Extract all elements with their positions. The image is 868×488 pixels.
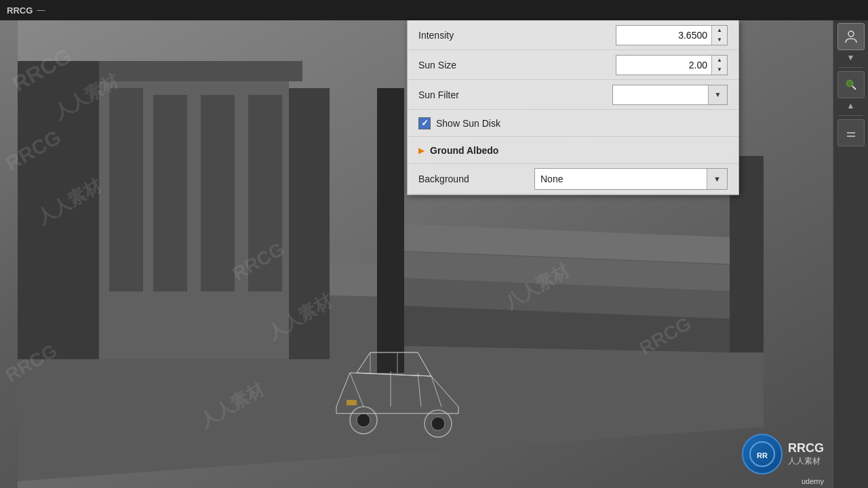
top-bar: RRCG —: [0, 0, 868, 20]
svg-rect-8: [201, 95, 235, 291]
sun-size-up[interactable]: ▲: [712, 56, 727, 65]
sun-filter-color[interactable]: [613, 85, 708, 104]
intensity-input[interactable]: [616, 26, 711, 45]
sun-filter-dropdown-btn[interactable]: ▼: [708, 85, 727, 104]
svg-rect-10: [99, 61, 302, 81]
sun-size-row: Sun Size ▲ ▼: [408, 50, 738, 80]
logo-icon: RR: [742, 434, 783, 474]
sun-filter-row: Sun Filter ▼: [408, 80, 738, 110]
toolbar-divider-1: [839, 67, 863, 68]
show-sun-disk-row: ✓ Show Sun Disk: [408, 110, 738, 137]
svg-line-36: [852, 86, 856, 89]
ground-albedo-row[interactable]: ▶ Ground Albedo: [408, 137, 738, 164]
svg-rect-38: [847, 136, 855, 137]
ground-albedo-expand-icon: ▶: [418, 146, 425, 155]
app-subtitle: —: [37, 5, 45, 15]
search-icon: [844, 77, 859, 92]
sun-size-control: ▲ ▼: [616, 55, 728, 75]
svg-rect-37: [847, 132, 855, 134]
svg-rect-9: [248, 95, 282, 291]
logo-title: RRCG: [788, 441, 824, 455]
sun-size-down[interactable]: ▼: [712, 65, 727, 75]
background-row: Background None Sky Custom ▼: [408, 164, 738, 195]
intensity-spinner: ▲ ▼: [711, 26, 727, 45]
svg-rect-7: [153, 95, 187, 291]
sun-size-input[interactable]: [616, 56, 711, 75]
svg-point-20: [357, 413, 370, 427]
intensity-row: Intensity ▲ ▼: [408, 20, 738, 50]
intensity-down[interactable]: ▼: [712, 35, 727, 45]
right-toolbar: ▼ ▲: [833, 20, 868, 488]
sun-size-label: Sun Size: [418, 60, 616, 70]
ground-albedo-label: Ground Albedo: [430, 145, 498, 156]
background-label: Background: [418, 174, 534, 184]
user-toolbar-btn[interactable]: [837, 23, 865, 50]
logo-subtitle: 人人素材: [788, 455, 824, 467]
sun-size-spinner: ▲ ▼: [711, 56, 727, 75]
check-icon: ✓: [421, 118, 429, 128]
background-control: None Sky Custom ▼: [534, 168, 728, 190]
svg-text:RR: RR: [757, 451, 768, 460]
toolbar-up-arrow[interactable]: ▲: [846, 100, 856, 112]
logo-text: RRCG 人人素材: [788, 441, 824, 467]
intensity-up[interactable]: ▲: [712, 26, 727, 35]
background-select[interactable]: None Sky Custom: [535, 169, 707, 189]
sun-size-input-wrap: ▲ ▼: [616, 55, 728, 75]
svg-rect-6: [109, 88, 143, 291]
svg-point-21: [431, 417, 445, 430]
udemy-label: udemy: [802, 477, 824, 485]
svg-point-33: [848, 31, 854, 37]
svg-rect-18: [377, 88, 404, 373]
rrcg-logo-svg: RR: [749, 441, 776, 468]
app-title: RRCG: [7, 5, 33, 16]
show-sun-disk-checkbox[interactable]: ✓: [418, 117, 431, 129]
svg-point-35: [848, 81, 852, 85]
svg-rect-32: [347, 400, 357, 405]
svg-rect-5: [289, 88, 330, 359]
magnify-toolbar-btn[interactable]: [837, 71, 865, 98]
sun-filter-label: Sun Filter: [418, 89, 612, 100]
intensity-input-wrap: ▲ ▼: [616, 25, 728, 45]
sun-filter-control: ▼: [612, 85, 728, 105]
minus-icon: [845, 127, 857, 139]
properties-panel: Intensity ▲ ▼ Sun Size ▲ ▼ Sun: [407, 20, 739, 195]
bottom-toolbar-btn[interactable]: [837, 119, 865, 146]
toolbar-down-arrow[interactable]: ▼: [846, 52, 856, 64]
logo-wrap: RR RRCG 人人素材: [742, 434, 824, 474]
toolbar-divider-2: [839, 115, 863, 116]
background-dropdown-wrap: None Sky Custom ▼: [534, 168, 728, 190]
user-icon: [844, 29, 859, 44]
intensity-control: ▲ ▼: [616, 25, 728, 45]
background-dropdown-btn[interactable]: ▼: [707, 169, 727, 189]
sun-filter-wrap: ▼: [612, 85, 728, 105]
svg-rect-3: [18, 61, 99, 359]
show-sun-disk-label: Show Sun Disk: [436, 118, 500, 129]
intensity-label: Intensity: [418, 30, 616, 41]
